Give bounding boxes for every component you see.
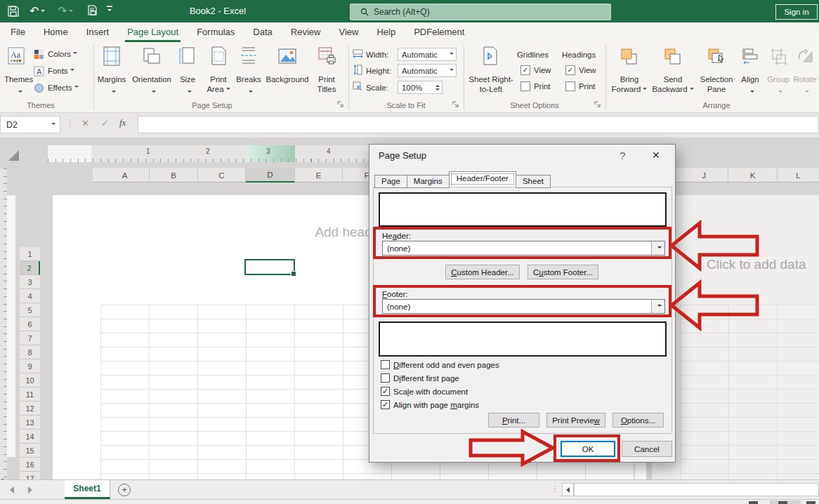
add-sheet-icon[interactable]: + — [118, 484, 131, 496]
tab-file[interactable]: File — [1, 22, 34, 42]
row-header-8[interactable]: 8 — [20, 345, 40, 359]
formula-input[interactable] — [138, 116, 819, 133]
column-header-K[interactable]: K — [728, 168, 778, 183]
row-header-3[interactable]: 3 — [20, 275, 40, 289]
tab-pdfelement[interactable]: PDFelement — [405, 22, 473, 42]
tab-data[interactable]: Data — [244, 22, 281, 42]
dialog-tab-sheet[interactable]: Sheet — [516, 175, 551, 188]
dialog-close-icon[interactable]: ✕ — [652, 150, 660, 161]
column-header-D-selected[interactable]: D — [246, 168, 295, 183]
options-button[interactable]: Options... — [612, 413, 664, 427]
scale-spinner[interactable]: 100% — [398, 81, 443, 94]
effects-button[interactable]: Effects — [34, 82, 79, 93]
background-button[interactable]: Background — [265, 45, 310, 95]
header-dropdown-button[interactable] — [651, 241, 664, 255]
row-header-10[interactable]: 10 — [20, 373, 40, 387]
row-header-1[interactable]: 1 — [20, 247, 40, 261]
row-header-4[interactable]: 4 — [20, 289, 40, 303]
tab-home[interactable]: Home — [34, 22, 77, 42]
search-input[interactable]: Search (Alt+Q) — [350, 4, 611, 20]
select-all-icon[interactable] — [8, 150, 19, 161]
different-first-page-checkbox[interactable] — [381, 373, 390, 383]
row-header-12[interactable]: 12 — [20, 402, 40, 416]
different-odd-even-checkbox[interactable] — [381, 360, 390, 369]
sheet-tab-sheet1[interactable]: Sheet1 — [65, 480, 110, 499]
column-header-E[interactable]: E — [295, 168, 343, 183]
drag-handle-icon[interactable]: ⋮ — [65, 117, 74, 128]
page-break-view-icon[interactable] — [806, 501, 815, 504]
bring-forward-button[interactable]: Bring Forward — [610, 45, 649, 95]
size-button[interactable]: Size — [176, 45, 199, 95]
tab-review[interactable]: Review — [282, 22, 330, 42]
print-titles-button[interactable]: Print Titles — [312, 45, 341, 95]
checkbox-icon[interactable] — [565, 81, 575, 91]
footer-dropdown[interactable]: (none) — [382, 299, 665, 314]
custom-header-button[interactable]: Custom Header... — [445, 265, 520, 279]
tab-view[interactable]: View — [329, 22, 367, 42]
undo-icon[interactable]: ↶ — [30, 0, 45, 22]
themes-button[interactable]: Aa Themes — [4, 45, 32, 94]
cancel-button[interactable]: Cancel — [622, 441, 672, 457]
save-icon[interactable] — [7, 5, 20, 18]
print-area-button[interactable]: Print Area — [204, 45, 233, 95]
selected-cell-D2[interactable] — [244, 259, 295, 275]
checkbox-icon[interactable]: ✓ — [565, 65, 575, 75]
click-to-add-data-placeholder[interactable]: Click to add data — [707, 257, 819, 272]
insert-function-icon[interactable]: fx — [119, 117, 126, 128]
checkbox-icon[interactable] — [520, 81, 530, 91]
tab-help[interactable]: Help — [367, 22, 405, 42]
gridlines-view-checkbox[interactable]: ✓ View — [520, 65, 551, 75]
column-header-B[interactable]: B — [150, 168, 198, 183]
breaks-button[interactable]: Breaks — [234, 45, 263, 95]
selection-pane-button[interactable]: Selection Pane — [697, 45, 736, 95]
colors-button[interactable]: Colors — [34, 48, 77, 60]
rotate-button[interactable]: Rotate — [791, 45, 819, 95]
row-header-15[interactable]: 15 — [20, 444, 40, 458]
column-header-A[interactable]: A — [100, 168, 150, 183]
sheet-nav-left-icon[interactable] — [10, 486, 14, 493]
row-header-13[interactable]: 13 — [20, 416, 40, 430]
cell-grid-dimmed[interactable] — [680, 305, 819, 504]
tab-page-layout[interactable]: Page Layout — [118, 22, 188, 42]
splitter-handle-icon[interactable]: ⋮ — [551, 484, 559, 493]
gridlines-print-checkbox[interactable]: Print — [520, 81, 550, 91]
fill-handle[interactable] — [291, 271, 296, 277]
scale-to-fit-dialog-launcher-icon[interactable] — [452, 100, 459, 108]
custom-footer-button[interactable]: Custom Footer... — [528, 265, 598, 279]
normal-view-icon[interactable] — [749, 501, 758, 504]
sheet-options-dialog-launcher-icon[interactable] — [594, 100, 601, 108]
hscroll-left-arrow[interactable] — [562, 483, 574, 496]
tab-formulas[interactable]: Formulas — [188, 22, 244, 42]
margins-button[interactable]: Margins — [96, 45, 127, 95]
sheet-nav-right-icon[interactable] — [28, 486, 32, 493]
send-backward-button[interactable]: Send Backward — [652, 45, 694, 95]
row-header-9[interactable]: 9 — [20, 359, 40, 373]
row-header-16[interactable]: 16 — [20, 458, 40, 472]
row-header-11[interactable]: 11 — [20, 387, 40, 402]
align-with-margins-checkbox[interactable]: ✓ — [381, 400, 390, 409]
row-header-14[interactable]: 14 — [20, 430, 40, 444]
sign-in-button[interactable]: Sign in — [775, 4, 818, 20]
tab-insert[interactable]: Insert — [77, 22, 119, 42]
column-header-J[interactable]: J — [680, 168, 728, 183]
name-box-dropdown-icon[interactable] — [51, 123, 55, 127]
fonts-button[interactable]: A Fonts — [34, 65, 74, 77]
footer-dropdown-button[interactable] — [651, 300, 664, 313]
height-combobox[interactable]: Automatic — [398, 64, 457, 77]
row-header-2-selected[interactable]: 2 — [20, 261, 40, 275]
print-preview-button[interactable]: Print Preview — [546, 413, 605, 427]
ok-button[interactable]: OK — [561, 441, 615, 457]
column-header-C[interactable]: C — [198, 168, 246, 183]
headings-print-checkbox[interactable]: Print — [565, 81, 595, 91]
checkbox-icon[interactable]: ✓ — [520, 65, 530, 75]
undo-dropdown-icon[interactable] — [41, 10, 45, 14]
sheet-right-to-left-button[interactable]: Sheet Right- to-Left — [469, 45, 513, 95]
spin-down-icon[interactable] — [435, 88, 440, 93]
headings-view-checkbox[interactable]: ✓ View — [565, 65, 596, 75]
scale-with-document-checkbox[interactable]: ✓ — [381, 387, 390, 396]
spin-up-icon[interactable] — [435, 83, 440, 87]
group-button[interactable]: Group — [764, 45, 792, 95]
print-preview-icon[interactable] — [86, 5, 98, 18]
width-combobox[interactable]: Automatic — [398, 48, 457, 61]
orientation-button[interactable]: Orientation — [131, 45, 173, 95]
